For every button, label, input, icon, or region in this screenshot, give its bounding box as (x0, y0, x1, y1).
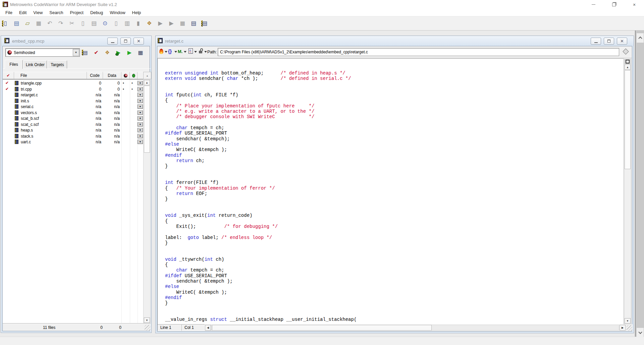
debug-icon[interactable]: ▶ (114, 48, 122, 57)
tab-targets[interactable]: Targets (48, 60, 67, 68)
table-row[interactable]: heap.sn/an/a▼ (3, 127, 143, 133)
file-popup-button[interactable]: ▼ (138, 87, 143, 91)
open-icon[interactable]: ▱ (23, 19, 32, 28)
chevron-down-icon[interactable] (165, 51, 167, 53)
scroll-down-icon[interactable] (637, 328, 644, 337)
column-debug[interactable] (130, 72, 138, 79)
stop-icon[interactable]: ■ (178, 19, 186, 28)
file-popup-button[interactable]: ▼ (138, 93, 143, 97)
column-indicator[interactable]: Col 1 (181, 324, 205, 331)
menu-help[interactable]: Help (129, 9, 145, 16)
table-row[interactable]: vectors.sn/an/a▼ (3, 110, 143, 116)
scroll-left-icon[interactable]: ◀ (205, 325, 211, 331)
column-code[interactable]: Code (87, 72, 103, 79)
column-target[interactable] (121, 72, 130, 79)
find-next-icon[interactable]: ▯ (112, 19, 120, 28)
scroll-down-icon[interactable]: ▼ (144, 317, 150, 323)
column-file[interactable]: File (14, 72, 87, 79)
chevron-down-icon[interactable] (204, 51, 207, 53)
column-data[interactable]: Data (103, 72, 121, 79)
table-row[interactable]: init.sn/an/a▼ (3, 98, 143, 104)
close-button[interactable]: × (629, 0, 640, 9)
file-popup-button[interactable]: ▼ (138, 128, 143, 132)
project-window-titlebar[interactable]: embed_cpp.mcp ✕ (1, 36, 151, 46)
make-icon[interactable]: ❖ (145, 19, 153, 28)
file-popup-button[interactable]: ▼ (138, 110, 143, 115)
copy-icon[interactable]: ▯ (79, 19, 87, 28)
menu-file[interactable]: File (2, 9, 16, 16)
undo-icon[interactable]: ↶ (46, 19, 54, 28)
close-button[interactable]: ✕ (617, 38, 627, 45)
restore-button[interactable] (608, 0, 620, 9)
tab-files[interactable]: Files (5, 60, 23, 69)
menu-debug[interactable]: Debug (87, 9, 106, 16)
resize-grip[interactable] (627, 325, 632, 331)
table-row[interactable]: scat_c.scfn/an/a▼ (3, 121, 143, 128)
path-field[interactable]: C:\Program Files (x86)\ARM\ADSv1_2\Examp… (218, 48, 619, 56)
file-popup-button[interactable]: ▼ (138, 134, 143, 138)
minimize-button[interactable] (107, 38, 118, 45)
table-row[interactable]: ✔tri.cpp00••▼ (3, 86, 143, 92)
split-pane-button[interactable] (625, 59, 631, 64)
line-indicator[interactable]: Line 1 (157, 324, 181, 331)
run-icon[interactable]: ▶ (125, 48, 133, 57)
make-icon[interactable]: ❖ (103, 48, 111, 57)
target-selector[interactable]: Semihosted ▼ (5, 48, 80, 57)
settings-icon[interactable]: ▤ (190, 19, 198, 28)
scroll-up-icon[interactable]: ▲ (144, 80, 150, 85)
paste-icon[interactable]: ▤ (90, 19, 98, 28)
markers-icon[interactable]: M. (178, 49, 182, 54)
table-row[interactable]: scat_b.scfn/an/a▼ (3, 115, 143, 121)
sort-order-button[interactable]: ▲ (143, 72, 151, 79)
file-popup-button[interactable]: ▼ (138, 116, 143, 120)
editor-window-titlebar[interactable]: retarget.c ✕ (156, 36, 634, 46)
chevron-down-icon[interactable]: ▼ (73, 49, 79, 56)
new-project-icon[interactable]: ▤ (12, 19, 20, 28)
unlock-icon[interactable] (199, 48, 203, 54)
scroll-up-icon[interactable] (637, 33, 644, 43)
hscrollbar-thumb[interactable] (212, 325, 432, 331)
maximize-button[interactable] (120, 38, 131, 45)
file-popup-button[interactable]: ▼ (138, 122, 143, 127)
replace-icon[interactable]: ▥ (123, 19, 131, 28)
editor-vscrollbar[interactable]: ▲ ▼ (624, 58, 631, 324)
find-icon[interactable]: ⊙ (101, 19, 109, 28)
code-area[interactable]: extern unsigned int bottom_of_heap; /* d… (157, 58, 624, 324)
scroll-down-icon[interactable]: ▼ (625, 318, 631, 324)
scrollbar-thumb[interactable] (144, 86, 150, 153)
maximize-button[interactable] (604, 38, 614, 45)
run-icon[interactable]: ▶ (167, 19, 175, 28)
menu-project[interactable]: Project (67, 9, 87, 16)
check-syntax-icon[interactable]: ✔ (92, 48, 100, 57)
minimize-button[interactable] (591, 38, 601, 45)
close-button[interactable]: ✕ (133, 38, 144, 45)
inspector-icon[interactable]: ▦ (137, 48, 145, 57)
minimize-button[interactable] (588, 0, 599, 9)
file-popup-button[interactable]: ▼ (138, 140, 143, 144)
new-file-icon[interactable]: ▯ (1, 19, 9, 28)
chevron-down-icon[interactable] (184, 51, 186, 53)
target-settings-icon[interactable]: ▤ (81, 48, 89, 57)
chevron-down-icon[interactable] (194, 51, 197, 53)
routines-flame-icon[interactable] (159, 49, 163, 54)
file-popup-button[interactable]: ▼ (138, 81, 143, 85)
debug-icon[interactable]: ▶ (156, 19, 164, 28)
table-row[interactable]: serial.cn/an/a▼ (3, 104, 143, 110)
file-popup-button[interactable]: ▼ (138, 104, 143, 109)
cut-icon[interactable]: ✂ (68, 19, 76, 28)
diamond-icon[interactable] (623, 48, 629, 54)
chevron-down-icon[interactable] (174, 51, 177, 53)
tab-link-order[interactable]: Link Order (23, 60, 47, 68)
table-row[interactable]: stack.sn/an/a▼ (3, 133, 143, 139)
project-scrollbar[interactable]: ▲ ▼ (143, 79, 151, 324)
scroll-right-icon[interactable]: ▶ (620, 325, 626, 331)
braces-icon[interactable]: {} (168, 49, 172, 54)
file-dropdown-icon[interactable] (189, 48, 193, 54)
menu-search[interactable]: Search (46, 9, 66, 16)
save-icon[interactable]: ■ (35, 19, 43, 28)
file-popup-button[interactable]: ▼ (138, 99, 143, 103)
redo-icon[interactable]: ↷ (57, 19, 65, 28)
menu-window[interactable]: Window (106, 9, 128, 16)
menu-view[interactable]: View (30, 9, 46, 16)
menu-edit[interactable]: Edit (16, 9, 30, 16)
